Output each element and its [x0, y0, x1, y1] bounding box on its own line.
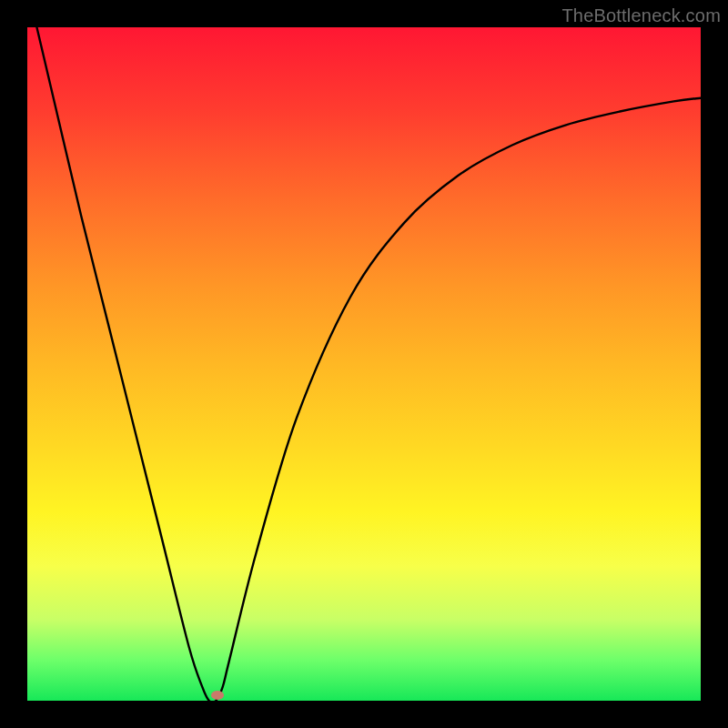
bottleneck-marker: [211, 691, 224, 700]
line-curve: [27, 27, 701, 701]
plot-area: [27, 27, 701, 701]
watermark-text: TheBottleneck.com: [561, 5, 721, 26]
chart-frame: TheBottleneck.com: [0, 0, 728, 728]
